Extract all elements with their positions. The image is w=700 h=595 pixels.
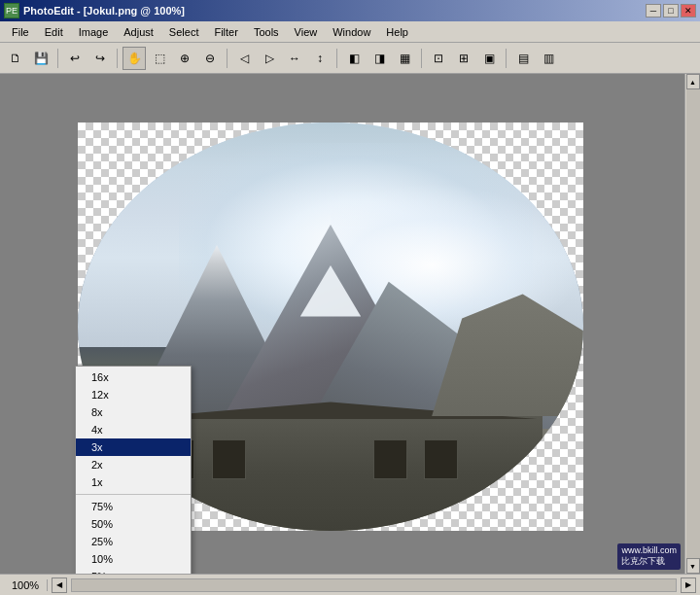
main-container: 16x 12x 8x 4x 3x 2x 1x 75% 50% 25% 10% 5… <box>0 74 700 574</box>
hand-tool[interactable]: ✋ <box>122 47 146 70</box>
title-bar-buttons: ─ □ ✕ <box>646 4 696 18</box>
zoom-16x[interactable]: 16x <box>76 368 191 386</box>
crop-button[interactable]: ⊡ <box>427 47 450 70</box>
watermark-site: www.bkill.com <box>621 545 677 555</box>
zoom-50[interactable]: 50% <box>76 515 191 533</box>
flip-v-button[interactable]: ↕ <box>308 47 332 70</box>
scroll-down-button[interactable]: ▼ <box>686 558 700 574</box>
window3 <box>373 439 407 479</box>
watermark-text: 比克尔下载 <box>621 555 677 568</box>
zoom-4x[interactable]: 4x <box>76 421 191 438</box>
zoom-75[interactable]: 75% <box>76 498 191 515</box>
zoom-out-tool[interactable]: ⊖ <box>198 47 222 70</box>
app-icon: PE <box>4 3 19 18</box>
menu-bar: File Edit Image Adjust Select Filter Too… <box>0 21 700 43</box>
resize-button[interactable]: ⊞ <box>452 47 475 70</box>
canvas-area[interactable]: 16x 12x 8x 4x 3x 2x 1x 75% 50% 25% 10% 5… <box>0 74 684 574</box>
separator1 <box>57 49 58 68</box>
close-button[interactable]: ✕ <box>681 4 696 18</box>
separator5 <box>421 49 422 68</box>
menu-adjust[interactable]: Adjust <box>116 22 161 42</box>
status-bar: 100% ◀ ▶ <box>0 574 700 595</box>
zoom-10[interactable]: 10% <box>76 550 191 568</box>
separator4 <box>336 49 337 68</box>
zoom-2x[interactable]: 2x <box>76 456 191 473</box>
watermark: www.bkill.com 比克尔下载 <box>617 543 681 570</box>
histogram-button[interactable]: ▥ <box>537 47 560 70</box>
scrollbar-vertical: ▲ ▼ <box>684 74 700 574</box>
menu-edit[interactable]: Edit <box>37 22 71 42</box>
toolbar: 🗋 💾 ↩ ↪ ✋ ⬚ ⊕ ⊖ ◁ ▷ ↔ ↕ ◧ ◨ ▦ ⊡ ⊞ ▣ ▤ ▥ <box>0 43 700 74</box>
scroll-track[interactable] <box>686 89 700 558</box>
redo-button[interactable]: ↪ <box>88 47 112 70</box>
separator6 <box>506 49 507 68</box>
zoom-3x[interactable]: 3x <box>76 438 191 456</box>
rotate-right-button[interactable]: ▷ <box>258 47 281 70</box>
brightness-button[interactable]: ◧ <box>342 47 366 70</box>
rotate-left-button[interactable]: ◁ <box>232 47 256 70</box>
new-button[interactable]: 🗋 <box>4 47 27 70</box>
zoom-8x[interactable]: 8x <box>76 403 191 421</box>
scroll-left-button[interactable]: ◀ <box>52 578 67 593</box>
window2 <box>212 439 246 479</box>
menu-tools[interactable]: Tools <box>246 22 287 42</box>
horizontal-scrollbar[interactable] <box>71 578 677 592</box>
separator-a <box>76 494 191 495</box>
menu-select[interactable]: Select <box>161 22 207 42</box>
undo-button[interactable]: ↩ <box>63 47 87 70</box>
menu-file[interactable]: File <box>4 22 37 42</box>
zoom-5[interactable]: 5% <box>76 568 191 574</box>
separator2 <box>117 49 118 68</box>
menu-image[interactable]: Image <box>71 22 117 42</box>
window4 <box>424 439 458 479</box>
title-bar: PE PhotoEdit - [Jokul.png @ 100%] ─ □ ✕ <box>0 0 700 21</box>
zoom-12x[interactable]: 12x <box>76 386 191 403</box>
zoom-1x[interactable]: 1x <box>76 473 191 491</box>
title-bar-left: PE PhotoEdit - [Jokul.png @ 100%] <box>4 3 185 18</box>
menu-help[interactable]: Help <box>378 22 416 42</box>
info-button[interactable]: ▤ <box>511 47 535 70</box>
scroll-right-button[interactable]: ▶ <box>681 578 696 593</box>
minimize-button[interactable]: ─ <box>646 4 661 18</box>
zoom-menu: 16x 12x 8x 4x 3x 2x 1x 75% 50% 25% 10% 5… <box>75 366 192 574</box>
separator3 <box>227 49 228 68</box>
zoom-level: 100% <box>4 579 48 591</box>
canvas-button[interactable]: ▣ <box>477 47 501 70</box>
select-tool[interactable]: ⬚ <box>148 47 171 70</box>
contrast-button[interactable]: ◨ <box>368 47 391 70</box>
title-text: PhotoEdit - [Jokul.png @ 100%] <box>23 5 185 17</box>
zoom-in-tool[interactable]: ⊕ <box>173 47 196 70</box>
menu-view[interactable]: View <box>287 22 326 42</box>
menu-window[interactable]: Window <box>325 22 378 42</box>
maximize-button[interactable]: □ <box>663 4 679 18</box>
zoom-25[interactable]: 25% <box>76 533 191 550</box>
save-button[interactable]: 💾 <box>29 47 52 70</box>
flip-h-button[interactable]: ↔ <box>283 47 306 70</box>
hue-button[interactable]: ▦ <box>393 47 416 70</box>
scroll-up-button[interactable]: ▲ <box>686 74 700 89</box>
menu-filter[interactable]: Filter <box>206 22 245 42</box>
